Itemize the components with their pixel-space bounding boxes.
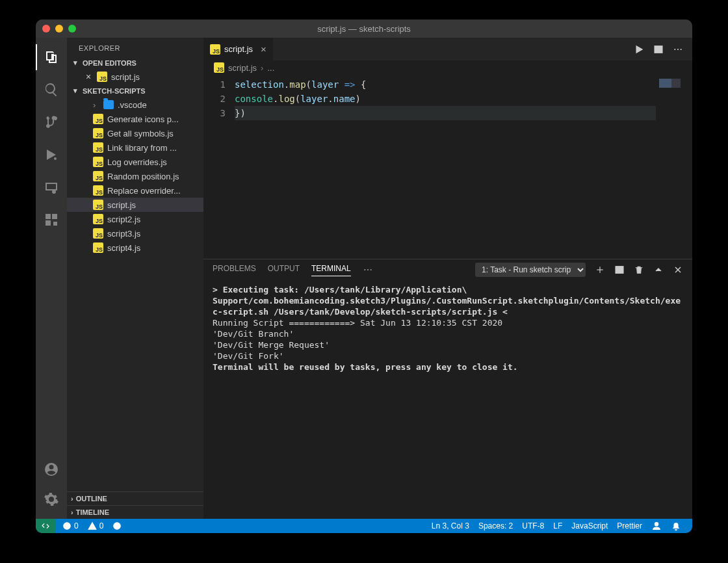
svg-point-6 [367,269,369,270]
bottom-panel: PROBLEMS OUTPUT TERMINAL 1: Task - Run s… [203,259,692,519]
status-formatter[interactable]: Prettier [612,521,647,531]
svg-point-5 [364,269,365,270]
minimap[interactable] [656,75,692,259]
run-debug-activity-icon[interactable] [36,142,67,168]
extensions-activity-icon[interactable] [36,207,67,233]
js-file-icon: JS [93,200,103,210]
js-file-icon: JS [93,114,103,124]
js-file-icon: JS [93,228,103,239]
source-control-activity-icon[interactable] [36,109,67,135]
file-name: Log overrides.js [107,157,167,167]
problems-tab[interactable]: PROBLEMS [213,264,256,276]
close-panel-icon[interactable] [673,265,683,275]
status-cursor[interactable]: Ln 3, Col 3 [427,521,474,531]
accounts-icon[interactable] [36,456,67,482]
file-item[interactable]: JSscript4.js [67,241,203,255]
breadcrumb-file: script.js [228,63,257,73]
js-file-icon: JS [93,171,103,181]
status-eol[interactable]: LF [549,521,567,531]
kill-terminal-icon[interactable] [634,265,644,275]
open-editor-item[interactable]: × JS script.js [67,70,203,84]
breadcrumb-more: ... [267,63,274,73]
activity-bar [36,38,67,519]
svg-point-18 [92,528,92,529]
editor-tab-scriptjs[interactable]: JS script.js × [203,38,274,60]
svg-point-7 [370,269,371,270]
terminal-tab[interactable]: TERMINAL [311,264,351,276]
status-warnings[interactable]: 0 [83,521,109,530]
explorer-activity-icon[interactable] [36,44,67,70]
explorer-title: EXPLORER [67,38,203,56]
terminal-task-select[interactable]: 1: Task - Run sketch scripts [475,263,586,277]
feedback-icon[interactable] [647,521,666,531]
svg-point-3 [677,48,679,49]
close-icon[interactable]: × [84,72,93,82]
status-errors[interactable]: 0 [58,521,83,530]
output-tab[interactable]: OUTPUT [268,264,300,276]
outline-label: OUTLINE [76,495,107,503]
status-encoding[interactable]: UTF-8 [517,521,549,531]
explorer-sidebar: EXPLORER ▾ OPEN EDITORS × JS script.js ▾… [67,38,203,519]
file-item[interactable]: JSscript2.js [67,212,203,226]
timeline-label: TIMELINE [76,508,109,516]
breadcrumb[interactable]: JS script.js › ... [203,60,692,75]
tab-label: script.js [224,44,253,54]
remote-indicator[interactable] [36,519,55,533]
vscode-window: script.js — sketch-scripts [36,20,692,533]
split-terminal-icon[interactable] [614,265,625,275]
js-file-icon: JS [93,185,103,196]
status-port-icon[interactable] [108,521,126,530]
panel-chevron-up-icon[interactable] [653,265,664,275]
timeline-section[interactable]: › TIMELINE [67,505,203,519]
new-terminal-icon[interactable] [595,265,605,275]
run-icon[interactable] [634,44,644,55]
svg-point-21 [655,523,658,526]
file-name: Link library from ... [107,143,177,153]
file-name: .vscode [118,100,147,110]
file-item[interactable]: JSscript3.js [67,226,203,241]
file-item[interactable]: JSRandom position.js [67,169,203,183]
file-item[interactable]: JSGet all symbols.js [67,126,203,140]
close-tab-icon[interactable]: × [261,44,266,55]
svg-point-4 [681,48,682,49]
panel-more-icon[interactable] [363,265,373,275]
file-item[interactable]: JSGenerate icons p... [67,112,203,126]
file-item[interactable]: JSLink library from ... [67,140,203,155]
terminal-output[interactable]: > Executing task: /Users/tank/Library/Ap… [203,280,692,519]
file-name: script3.js [107,229,140,239]
file-name: script.js [111,72,140,82]
code-content[interactable]: selection.map(layer => { console.log(lay… [235,75,656,259]
workspace-section[interactable]: ▾ SKETCH-SCRIPTS [67,84,203,98]
more-actions-icon[interactable] [673,44,683,55]
js-file-icon: JS [93,242,103,253]
search-activity-icon[interactable] [36,77,67,103]
status-language[interactable]: JavaScript [567,521,612,531]
open-editors-section[interactable]: ▾ OPEN EDITORS [67,56,203,70]
file-item[interactable]: JSReplace overrider... [67,183,203,198]
js-file-icon: JS [93,214,103,224]
svg-point-20 [116,525,119,527]
js-file-icon: JS [93,128,103,138]
file-item[interactable]: JSscript.js [67,198,203,212]
chevron-right-icon: › [71,508,73,516]
js-file-icon: JS [93,157,103,167]
split-editor-icon[interactable] [653,44,664,55]
workspace-label: SKETCH-SCRIPTS [83,87,146,95]
remote-explorer-activity-icon[interactable] [36,174,67,200]
chevron-down-icon: ▾ [71,86,80,95]
js-file-icon: JS [93,142,103,153]
code-editor[interactable]: 123 selection.map(layer => { console.log… [203,75,692,259]
notifications-bell-icon[interactable] [666,521,686,531]
file-item[interactable]: JSLog overrides.js [67,155,203,169]
status-indent[interactable]: Spaces: 2 [474,521,517,531]
chevron-right-icon: › [93,100,99,110]
open-editors-label: OPEN EDITORS [83,59,136,67]
js-file-icon: JS [210,44,220,55]
window-title: script.js — sketch-scripts [36,24,692,34]
folder-icon [103,100,114,109]
folder-item[interactable]: ›.vscode [67,98,203,112]
file-name: Random position.js [107,172,179,181]
title-bar: script.js — sketch-scripts [36,20,692,38]
outline-section[interactable]: › OUTLINE [67,491,203,505]
settings-gear-icon[interactable] [36,486,67,512]
